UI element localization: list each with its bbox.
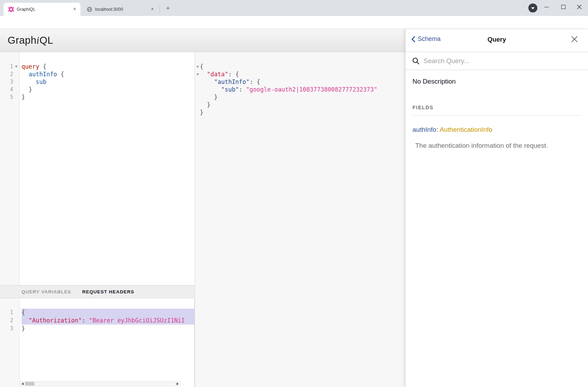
search-icon (412, 57, 420, 65)
code-segment: { (200, 63, 203, 70)
code-segment: "authInfo" (214, 78, 249, 85)
graphiql-toolbar: GraphiQL Prettify Merge Copy History Sha… (0, 29, 405, 52)
code-line: } (200, 93, 405, 101)
new-tab-button[interactable]: + (163, 4, 173, 14)
line-number: 4 (0, 86, 13, 93)
gutter-row: 2 (0, 70, 19, 78)
code-segment (200, 78, 214, 85)
tab-query-variables[interactable]: QUERY VARIABLES (22, 289, 71, 294)
line-number: 2 (0, 317, 13, 325)
line-number: 5 (0, 93, 13, 101)
doc-explorer-panel: Schema Query No Description FIELDS authI… (405, 29, 588, 387)
type-description: No Description (412, 78, 581, 85)
tab-localhost[interactable]: localhost:3000 ✕ (82, 3, 158, 16)
graphiql-logo: GraphiQL (8, 35, 53, 46)
gutter-row: 1 (0, 63, 19, 70)
code-segment: : (239, 86, 246, 93)
code-segment: } (200, 109, 203, 116)
tab-graphiql[interactable]: GraphiQL ✕ (3, 3, 80, 16)
gutter-row: 4 (0, 86, 19, 93)
field-description: The authentication information of the re… (415, 142, 581, 149)
code-line: "data": { (200, 70, 405, 78)
line-number: 1 (0, 63, 13, 70)
request-headers-editor[interactable]: 123 { "Authorization": "Bearer eyJhbGciO… (0, 298, 195, 387)
fold-arrow-icon[interactable] (15, 66, 18, 68)
gutter-row: 2 (0, 317, 19, 325)
fold-arrow-icon[interactable] (196, 66, 199, 68)
browser-window: GraphiQL ✕ localhost:3000 ✕ + (0, 0, 588, 387)
code-line: { (200, 63, 405, 70)
field-colon: : (436, 126, 438, 133)
code-segment: "sub" (221, 86, 239, 93)
tab-close-icon[interactable]: ✕ (149, 6, 155, 12)
doc-explorer-header: Schema Query (406, 29, 588, 52)
tab-title: GraphiQL (17, 7, 71, 12)
line-number: 1 (0, 309, 13, 317)
code-segment: authInfo (22, 71, 57, 78)
code-line: query { (22, 63, 195, 70)
gutter-row: 3 (0, 325, 19, 333)
response-viewer[interactable]: { "data": { "authInfo": { "sub": "google… (195, 52, 405, 387)
headers-editor-code[interactable]: { "Authorization": "Bearer eyJhbGciOiJSU… (22, 298, 194, 387)
code-segment: "data" (207, 71, 228, 78)
code-segment: } (200, 94, 218, 101)
close-icon (571, 35, 578, 43)
window-maximize-button[interactable] (556, 0, 570, 14)
gutter-row: 5 (0, 93, 19, 101)
gutter-row: 1 (0, 309, 19, 317)
code-segment: query (22, 63, 39, 70)
code-line: } (22, 325, 194, 333)
variables-pane-header: QUERY VARIABLES REQUEST HEADERS (0, 285, 195, 298)
code-segment: } (22, 86, 32, 93)
gutter-row: 3 (0, 78, 19, 86)
window-close-button[interactable] (572, 0, 586, 14)
query-editor-gutter[interactable]: 12345 (0, 52, 20, 285)
field-row: authInfo: AuthenticationInfo (412, 126, 581, 134)
code-segment (200, 86, 221, 93)
fields-heading: FIELDS (412, 105, 581, 115)
globe-icon (87, 7, 92, 12)
code-line: "authInfo": { (200, 78, 405, 86)
query-editor[interactable]: 12345 query { authInfo { sub }} (0, 52, 195, 285)
scrollbar-right-arrow-icon[interactable] (177, 382, 179, 385)
query-editor-code[interactable]: query { authInfo { sub }} (22, 52, 195, 285)
doc-title: Query (406, 36, 588, 43)
scrollbar-thumb[interactable] (25, 382, 34, 386)
code-segment: "Authorization" (28, 317, 82, 324)
headers-editor-gutter[interactable]: 123 (0, 298, 20, 387)
code-segment: { (22, 309, 25, 316)
code-line: } (200, 101, 405, 109)
tab-request-headers[interactable]: REQUEST HEADERS (82, 289, 134, 294)
code-segment (200, 71, 207, 78)
type-name-link[interactable]: AuthenticationInfo (440, 126, 492, 133)
code-segment: } (22, 325, 25, 332)
code-segment: } (200, 101, 211, 108)
code-line: { (22, 309, 194, 317)
line-number: 3 (0, 325, 13, 333)
code-segment (22, 317, 28, 324)
window-minimize-button[interactable] (540, 0, 554, 14)
line-number: 3 (0, 78, 13, 86)
scrollbar-left-arrow-icon[interactable] (22, 382, 24, 385)
tab-title: localhost:3000 (95, 7, 149, 12)
tab-close-icon[interactable]: ✕ (71, 6, 78, 12)
code-segment: sub (22, 78, 46, 85)
tab-separator (160, 6, 160, 13)
code-segment: : { (228, 71, 239, 78)
fold-arrow-icon[interactable] (196, 74, 199, 76)
doc-explorer-body: No Description FIELDS authInfo: Authenti… (406, 70, 588, 149)
graphql-logo-icon (8, 7, 14, 12)
chevron-down-circle-icon[interactable] (528, 3, 537, 12)
code-line: "Authorization": "Bearer eyJhbGciOiJSUzI… (22, 317, 194, 325)
code-segment: : { (249, 78, 260, 85)
code-line: } (200, 109, 405, 116)
code-line: "sub": "google-oauth2|108377380082777232… (200, 86, 405, 93)
horizontal-scrollbar[interactable] (20, 381, 180, 386)
response-code: { "data": { "authInfo": { "sub": "google… (200, 52, 405, 387)
code-segment: { (39, 63, 46, 70)
doc-close-button[interactable] (571, 35, 580, 44)
browser-tab-strip: GraphiQL ✕ localhost:3000 ✕ + (0, 0, 588, 16)
doc-search-input[interactable] (424, 57, 569, 65)
code-line: } (22, 93, 195, 101)
field-name-link[interactable]: authInfo (412, 126, 436, 133)
